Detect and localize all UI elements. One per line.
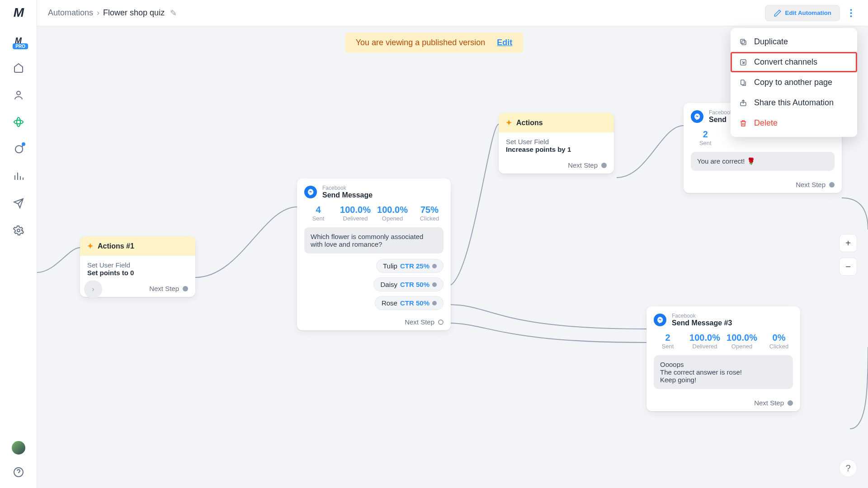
share-icon	[739, 99, 748, 108]
output-port[interactable]	[438, 319, 443, 325]
menu-duplicate[interactable]: Duplicate	[731, 32, 857, 52]
output-port[interactable]	[432, 264, 437, 268]
next-step-label: Next Step	[568, 161, 598, 169]
svg-point-6	[850, 12, 852, 14]
analytics-icon[interactable]	[13, 170, 24, 182]
automation-icon[interactable]	[13, 116, 24, 128]
chevron-right-icon: ›	[97, 8, 99, 18]
menu-share[interactable]: Share this Automation	[731, 93, 857, 113]
svg-point-2	[17, 117, 20, 127]
home-icon[interactable]	[13, 62, 24, 74]
svg-rect-8	[742, 41, 746, 45]
automation-context-menu: Duplicate Convert channels Copy to anoth…	[731, 28, 857, 137]
edit-automation-button[interactable]: Edit Automation	[765, 5, 840, 21]
sidebar: M MPRO	[0, 0, 37, 488]
next-step-label: Next Step	[149, 285, 179, 292]
svg-point-1	[14, 120, 23, 124]
more-menu-button[interactable]	[844, 5, 857, 21]
collapse-panel-button[interactable]: ›	[84, 280, 102, 298]
menu-convert-channels[interactable]: Convert channels	[731, 52, 857, 72]
next-step-label: Next Step	[405, 318, 434, 326]
duplicate-icon	[739, 38, 748, 47]
help-icon[interactable]	[13, 466, 24, 478]
answer-option[interactable]: TulipCTR 25%	[376, 259, 443, 273]
output-port[interactable]	[601, 163, 607, 168]
menu-delete[interactable]: Delete	[731, 113, 857, 133]
output-port[interactable]	[788, 400, 793, 406]
message-question: Which flower is commonly associated with…	[304, 227, 443, 253]
action-label: Set User Field	[506, 138, 607, 145]
settings-icon[interactable]	[13, 225, 24, 236]
rename-icon[interactable]: ✎	[170, 8, 177, 18]
spark-icon: ✦	[506, 118, 512, 127]
message-bubble: You are correct! 🌹	[691, 152, 835, 171]
topbar: Automations › Flower shop quiz ✎ Edit Au…	[37, 0, 868, 26]
svg-point-5	[850, 9, 852, 11]
svg-point-0	[17, 91, 20, 95]
svg-rect-11	[741, 80, 745, 85]
output-port[interactable]	[432, 282, 437, 287]
trash-icon	[739, 119, 748, 128]
next-step-label: Next Step	[754, 399, 784, 407]
app-logo: M	[14, 5, 23, 20]
svg-point-3	[17, 229, 20, 232]
spark-icon: ✦	[87, 242, 93, 250]
messenger-icon	[691, 110, 703, 123]
canvas-help-button[interactable]: ?	[839, 459, 857, 477]
node-actions-2[interactable]: ✦Actions Set User Field Increase points …	[499, 113, 614, 174]
answer-option[interactable]: RoseCTR 50%	[375, 296, 443, 310]
messenger-icon	[304, 186, 317, 198]
menu-copy-page[interactable]: Copy to another page	[731, 72, 857, 93]
node-send-message-wrong[interactable]: FacebookSend Message #3 2Sent 100.0%Deli…	[646, 306, 800, 411]
svg-rect-9	[741, 39, 745, 43]
svg-point-7	[850, 15, 852, 17]
answer-option[interactable]: DaisyCTR 50%	[373, 277, 443, 291]
output-port[interactable]	[183, 286, 188, 291]
livechat-icon[interactable]	[13, 143, 24, 155]
contacts-icon[interactable]	[13, 89, 24, 101]
message-bubble: Oooops The correct answer is rose! Keep …	[654, 355, 793, 389]
messenger-icon	[654, 314, 666, 326]
zoom-controls: + −	[839, 234, 857, 276]
breadcrumb: Automations › Flower shop quiz ✎	[48, 8, 177, 18]
breadcrumb-root[interactable]: Automations	[48, 8, 93, 18]
next-step-label: Next Step	[796, 181, 826, 188]
breadcrumb-current: Flower shop quiz	[103, 8, 165, 18]
convert-icon	[739, 58, 748, 67]
output-port[interactable]	[829, 182, 835, 188]
workspace-badge[interactable]: MPRO	[15, 36, 22, 46]
user-avatar[interactable]	[12, 441, 25, 455]
node-send-message-1[interactable]: FacebookSend Message 4Sent 100.0%Deliver…	[297, 178, 451, 330]
zoom-out-button[interactable]: −	[839, 258, 857, 276]
output-port[interactable]	[432, 301, 437, 305]
action-label: Set User Field	[87, 261, 188, 269]
copy-page-icon	[739, 78, 748, 87]
broadcast-icon[interactable]	[13, 197, 24, 209]
action-value: Increase points by 1	[506, 145, 607, 153]
action-value: Set points to 0	[87, 269, 188, 277]
zoom-in-button[interactable]: +	[839, 234, 857, 252]
